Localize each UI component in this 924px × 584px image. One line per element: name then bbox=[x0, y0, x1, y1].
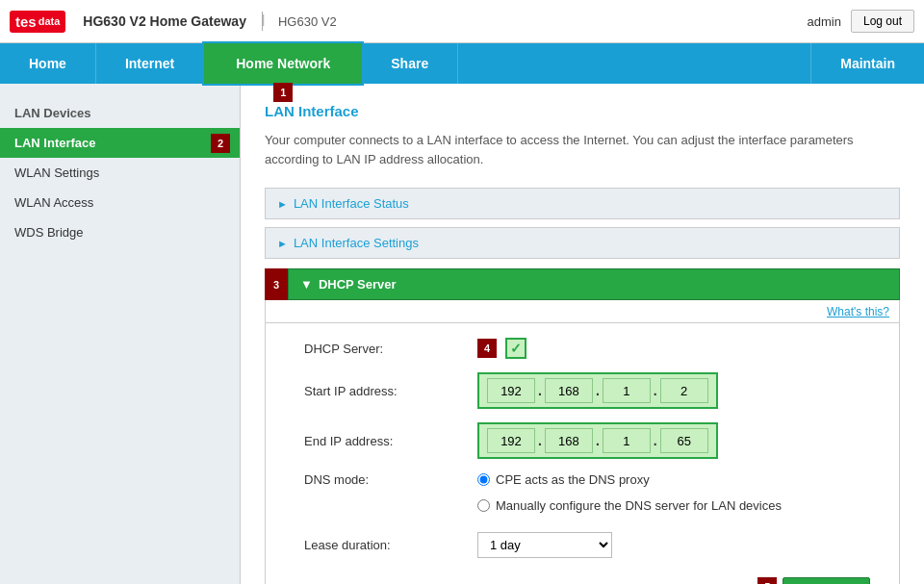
start-ip-row: Start IP address: . . . bbox=[285, 372, 880, 409]
nav-item-maintain[interactable]: Maintain bbox=[810, 43, 924, 84]
save-button[interactable]: Save bbox=[783, 577, 870, 584]
dhcp-section-label: DHCP Server bbox=[319, 277, 397, 292]
arrow-icon: ► bbox=[277, 198, 288, 210]
lease-duration-select[interactable]: 1 day 2 days 7 days 1 hour Custom bbox=[477, 532, 612, 558]
dns-mode-row: DNS mode: CPE acts as the DNS proxy Manu… bbox=[285, 472, 880, 519]
dns-mode-label: DNS mode: bbox=[304, 472, 477, 487]
dns-option2-label: Manually configure the DNS server for LA… bbox=[496, 498, 782, 513]
sidebar-item-wlan-settings[interactable]: WLAN Settings bbox=[0, 158, 240, 188]
sidebar-item-wlan-access[interactable]: WLAN Access bbox=[0, 188, 240, 217]
page-description: Your computer connects to a LAN interfac… bbox=[265, 131, 900, 168]
sidebar-item-wds-bridge[interactable]: WDS Bridge bbox=[0, 217, 240, 247]
sidebar: LAN Devices LAN Interface 2 WLAN Setting… bbox=[0, 84, 241, 584]
header-divider: | bbox=[262, 12, 263, 31]
header: tesdata HG630 V2 Home Gateway | HG630 V2… bbox=[0, 0, 924, 43]
badge-5: 5 bbox=[757, 577, 777, 584]
end-ip-c[interactable] bbox=[603, 428, 651, 453]
dhcp-section-wrapper: 3 ▼ DHCP Server bbox=[265, 268, 900, 300]
main-layout: LAN Devices LAN Interface 2 WLAN Setting… bbox=[0, 84, 924, 584]
badge-2: 2 bbox=[211, 134, 230, 153]
dhcp-section-header[interactable]: ▼ DHCP Server bbox=[288, 268, 900, 300]
start-ip-a[interactable] bbox=[487, 378, 535, 403]
section-lan-interface-status[interactable]: ► LAN Interface Status bbox=[265, 188, 900, 219]
header-right: admin Log out bbox=[808, 10, 914, 33]
sidebar-item-lan-interface[interactable]: LAN Interface 2 bbox=[0, 128, 240, 158]
start-ip-c[interactable] bbox=[603, 378, 651, 403]
lease-duration-control: 1 day 2 days 7 days 1 hour Custom bbox=[477, 532, 612, 558]
logout-button[interactable]: Log out bbox=[851, 10, 914, 33]
dhcp-server-control: 4 bbox=[477, 338, 526, 359]
logo-tes: tes bbox=[15, 13, 37, 30]
sidebar-section-title: LAN Devices bbox=[0, 98, 240, 128]
start-ip-group: . . . bbox=[477, 372, 718, 409]
badge-3: 3 bbox=[265, 268, 288, 300]
whats-this-link[interactable]: What's this? bbox=[827, 305, 889, 318]
start-ip-d[interactable] bbox=[660, 378, 708, 403]
whats-this-row: What's this? bbox=[265, 300, 900, 323]
dns-option1-label: CPE acts as the DNS proxy bbox=[496, 472, 650, 487]
arrow-icon-settings: ► bbox=[277, 238, 288, 249]
dns-option1-radio[interactable] bbox=[477, 473, 490, 486]
header-title: HG630 V2 Home Gateway bbox=[83, 13, 246, 29]
start-ip-label: Start IP address: bbox=[304, 384, 477, 398]
lease-duration-label: Lease duration: bbox=[304, 538, 477, 552]
lease-duration-row: Lease duration: 1 day 2 days 7 days 1 ho… bbox=[285, 532, 880, 558]
end-ip-label: End IP address: bbox=[304, 434, 477, 448]
content-area: LAN Interface Your computer connects to … bbox=[241, 84, 924, 584]
section-lan-interface-settings[interactable]: ► LAN Interface Settings bbox=[265, 227, 900, 259]
end-ip-row: End IP address: . . . bbox=[285, 422, 880, 459]
nav-item-internet[interactable]: Internet bbox=[96, 43, 204, 84]
start-ip-b[interactable] bbox=[545, 378, 593, 403]
end-ip-b[interactable] bbox=[545, 428, 593, 453]
section-label-status: LAN Interface Status bbox=[294, 196, 409, 211]
nav-item-home-network[interactable]: Home Network 1 bbox=[204, 43, 362, 84]
logo-area: tesdata HG630 V2 Home Gateway | HG630 V2 bbox=[10, 11, 337, 33]
admin-label: admin bbox=[808, 14, 841, 29]
end-ip-group: . . . bbox=[477, 422, 718, 459]
nav-item-share[interactable]: Share bbox=[362, 43, 458, 84]
dns-option2-row: Manually configure the DNS server for LA… bbox=[477, 498, 782, 513]
page-title: LAN Interface bbox=[265, 103, 900, 119]
section-label-settings: LAN Interface Settings bbox=[294, 236, 419, 250]
end-ip-d[interactable] bbox=[660, 428, 708, 453]
dns-option1-row: CPE acts as the DNS proxy bbox=[477, 472, 650, 487]
badge-4: 4 bbox=[477, 339, 497, 358]
save-row: 5 Save bbox=[285, 577, 880, 584]
end-ip-control: . . . bbox=[477, 422, 718, 459]
end-ip-a[interactable] bbox=[487, 428, 535, 453]
dns-mode-control: CPE acts as the DNS proxy Manually confi… bbox=[477, 472, 782, 519]
header-model: HG630 V2 bbox=[278, 14, 337, 29]
nav-item-home[interactable]: Home bbox=[0, 43, 96, 84]
dhcp-server-label: DHCP Server: bbox=[304, 342, 477, 356]
logo-data: data bbox=[38, 15, 61, 27]
dhcp-server-row: DHCP Server: 4 bbox=[285, 338, 880, 359]
nav-bar: Home Internet Home Network 1 Share Maint… bbox=[0, 43, 924, 84]
start-ip-control: . . . bbox=[477, 372, 718, 409]
logo: tesdata bbox=[10, 11, 65, 33]
badge-1: 1 bbox=[273, 83, 293, 102]
dns-option2-radio[interactable] bbox=[477, 499, 490, 512]
dhcp-arrow-icon: ▼ bbox=[300, 277, 313, 292]
dhcp-body: DHCP Server: 4 Start IP address: . . bbox=[265, 323, 900, 584]
dhcp-server-checkbox[interactable] bbox=[505, 338, 526, 359]
